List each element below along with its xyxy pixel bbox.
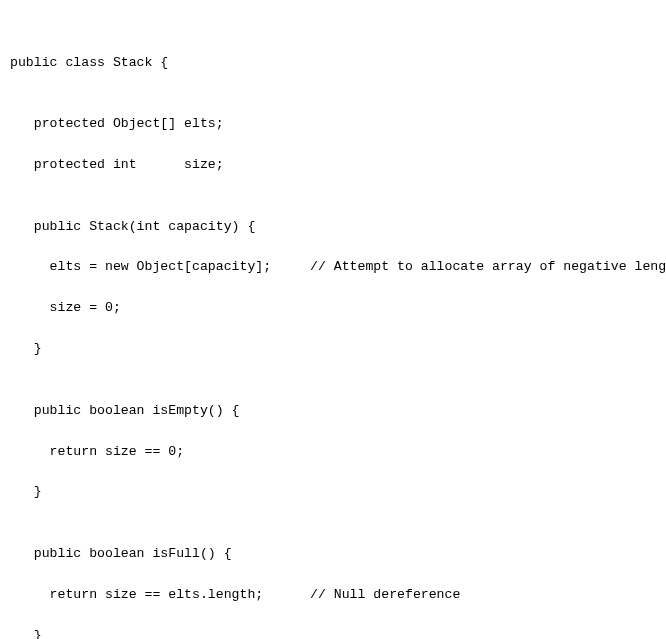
code-line: return size == 0; [10, 442, 656, 462]
code-comment: // Null dereference [310, 585, 460, 605]
code-line: public Stack(int capacity) { [10, 217, 656, 237]
code-line: elts = new Object[capacity];// Attempt t… [10, 257, 656, 277]
code-line: public class Stack { [10, 53, 656, 73]
code-line: size = 0; [10, 298, 656, 318]
code-fragment: return size == elts.length; [10, 585, 310, 605]
code-comment: // Attempt to allocate array of negative… [310, 257, 666, 277]
code-line: } [10, 482, 656, 502]
code-line: protected int size; [10, 155, 656, 175]
code-line: } [10, 339, 656, 359]
code-line: public boolean isFull() { [10, 544, 656, 564]
code-fragment: elts = new Object[capacity]; [10, 257, 310, 277]
code-line: return size == elts.length;// Null deref… [10, 585, 656, 605]
code-line: protected Object[] elts; [10, 114, 656, 134]
code-line: public boolean isEmpty() { [10, 401, 656, 421]
code-line: } [10, 626, 656, 639]
